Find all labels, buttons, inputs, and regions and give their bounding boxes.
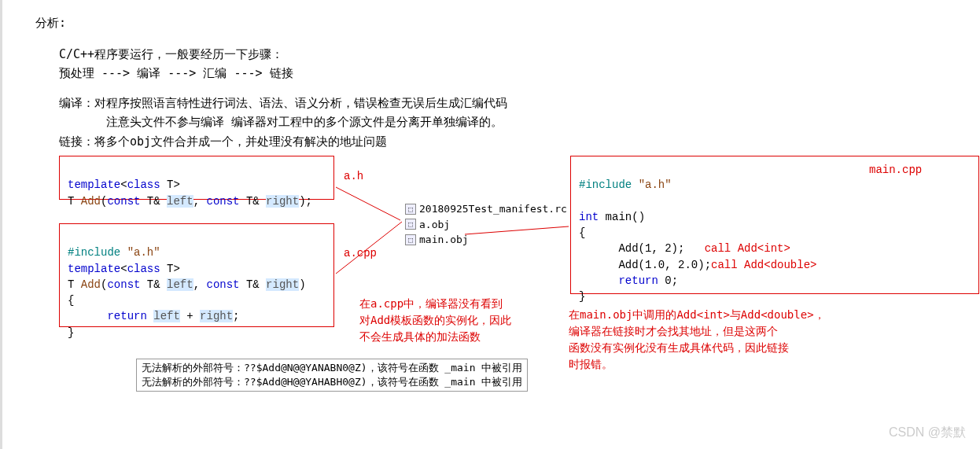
angle-open: < — [120, 178, 127, 191]
obj-file-list: ⬚ 20180925Test_manifest.rc ⬚ a.obj ⬚ mai… — [405, 201, 567, 248]
ret-zero: 0; — [658, 274, 678, 287]
kw-const-1: const — [107, 195, 140, 208]
svg-line-0 — [336, 187, 400, 220]
note-main: 在main.obj中调用的Add<int>与Add<double>， 编译器在链… — [569, 307, 915, 373]
watermark: CSDN @禁默 — [889, 425, 966, 441]
label-main: main.cpp — [869, 164, 922, 176]
code-box-ah: template<class T> T Add(const T& left, c… — [59, 156, 334, 200]
comment-int: call Add<int> — [705, 242, 790, 255]
fn-add-2: Add — [81, 278, 101, 291]
obj-a: ⬚ a.obj — [405, 217, 567, 233]
brace-close-2: } — [579, 290, 585, 303]
var-left: left — [167, 195, 193, 208]
ret-t: T — [68, 195, 81, 208]
indent-ret-2 — [579, 274, 618, 287]
file-icon: ⬚ — [405, 234, 416, 245]
var-right: right — [266, 195, 299, 208]
kw-const-4: const — [206, 278, 239, 291]
tpl-t: T> — [160, 178, 180, 191]
plus: + — [180, 310, 200, 322]
kw-class: class — [127, 178, 160, 191]
fn-add: Add — [81, 195, 101, 208]
kw-const-2: const — [206, 195, 239, 208]
kw-template: template — [68, 178, 120, 191]
comma: , — [193, 195, 207, 208]
code-box-main: #include "a.h" int main() { Add(1, 2); c… — [570, 156, 979, 294]
error-line-1: 无法解析的外部符号：??$Add@N@@YANABN0@Z)，该符号在函数 _m… — [142, 361, 522, 375]
angle-open-2: < — [120, 263, 127, 275]
kw-int: int — [579, 211, 599, 223]
label-ah: a.h — [344, 170, 363, 182]
obj-manifest-label: 20180925Test_manifest.rc — [419, 201, 567, 217]
obj-manifest: ⬚ 20180925Test_manifest.rc — [405, 201, 567, 217]
ret-t-2: T — [68, 278, 81, 291]
pp-include-2: #include — [579, 178, 639, 191]
para-steps-1: C/C++程序要运行，一般要经历一下步骤： — [59, 45, 980, 64]
analysis-title: 分析: — [35, 16, 980, 31]
semicolon: ); — [299, 195, 312, 208]
brace-open-2: { — [579, 226, 585, 239]
fn-main: main() — [599, 211, 645, 223]
error-line-2: 无法解析的外部符号：??$Add@H@@YAHABH0@Z)，该符号在函数 _m… — [142, 375, 522, 389]
file-icon: ⬚ — [405, 204, 416, 215]
tpl-t-2: T> — [160, 263, 180, 275]
obj-a-label: a.obj — [419, 217, 450, 233]
comment-double: call Add<double> — [711, 259, 816, 271]
diagram-area: template<class T> T Add(const T& left, c… — [35, 156, 980, 407]
var-left-2: left — [167, 278, 193, 291]
call-add-int: Add(1, 2); — [579, 242, 705, 255]
kw-template-2: template — [68, 263, 120, 275]
para-link: 链接：将多个obj文件合并成一个，并处理没有解决的地址问题 — [59, 134, 980, 149]
inc-ah: "a.h" — [127, 246, 160, 259]
var-left-3: left — [153, 310, 180, 322]
indent-ret — [68, 310, 107, 322]
error-box: 无法解析的外部符号：??$Add@N@@YANABN0@Z)，该符号在函数 _m… — [136, 359, 528, 392]
var-right-3: right — [200, 310, 233, 322]
inc-ah-2: "a.h" — [639, 178, 672, 191]
para-steps-2: 预处理 ---> 编译 ---> 汇编 ---> 链接 — [59, 64, 980, 83]
comma-2: , — [193, 278, 207, 291]
para-compile: 编译：对程序按照语言特性进行词法、语法、语义分析，错误检查无误后生成汇编代码 — [59, 94, 980, 112]
tref-1: T& — [140, 195, 167, 208]
tref-4: T& — [240, 278, 267, 291]
obj-main-label: main.obj — [419, 232, 469, 248]
tref-3: T& — [140, 278, 167, 291]
kw-return: return — [107, 310, 146, 322]
brace-open: { — [68, 294, 74, 307]
paren-close: ) — [299, 278, 305, 291]
para-compile-note: 注意头文件不参与编译 编译器对工程中的多个源文件是分离开单独编译的。 — [106, 112, 980, 131]
kw-const-3: const — [107, 278, 140, 291]
semi-2: ; — [233, 310, 239, 322]
obj-main: ⬚ main.obj — [405, 232, 567, 248]
pp-include: #include — [68, 246, 127, 259]
tref-2: T& — [240, 195, 267, 208]
code-box-acpp: #include "a.h" template<class T> T Add(c… — [59, 223, 334, 327]
kw-class-2: class — [127, 263, 160, 275]
space — [147, 310, 153, 322]
var-right-2: right — [266, 278, 299, 291]
label-acpp: a.cpp — [344, 247, 377, 259]
kw-return-2: return — [618, 274, 658, 287]
note-acpp: 在a.cpp中，编译器没有看到 对Add模板函数的实例化，因此 不会生成具体的加… — [359, 296, 556, 345]
file-icon: ⬚ — [405, 219, 416, 230]
call-add-double: Add(1.0, 2.0); — [579, 259, 711, 271]
brace-close: } — [68, 326, 74, 339]
